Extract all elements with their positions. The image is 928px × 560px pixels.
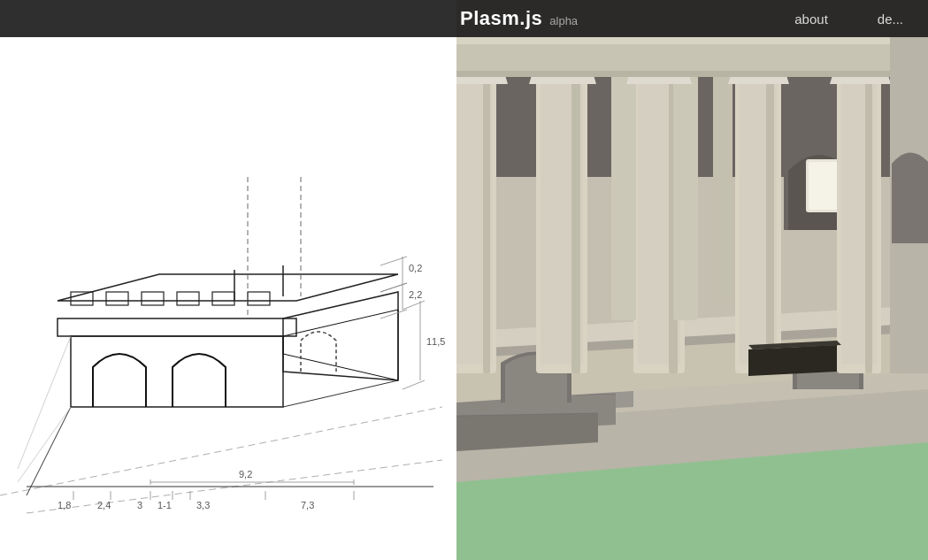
svg-text:2,2: 2,2 (409, 289, 422, 300)
header-bar: Plasm.js alpha about de... (0, 0, 928, 37)
svg-text:0,2: 0,2 (409, 263, 422, 273)
logo-area: Plasm.js alpha (0, 7, 578, 30)
3d-render (456, 0, 928, 560)
svg-rect-0 (0, 0, 456, 560)
svg-rect-67 (809, 162, 839, 210)
architectural-sketch: 0,2 2,2 11,5 9,2 1,8 2,4 3 1-1 3,3 7,3 (0, 0, 456, 560)
svg-rect-102 (456, 522, 928, 560)
svg-rect-75 (571, 37, 580, 373)
main-content: 0,2 2,2 11,5 9,2 1,8 2,4 3 1-1 3,3 7,3 (0, 0, 928, 560)
svg-text:11,5: 11,5 (426, 336, 445, 347)
svg-text:3: 3 (137, 500, 142, 510)
sketch-panel: 0,2 2,2 11,5 9,2 1,8 2,4 3 1-1 3,3 7,3 (0, 0, 456, 560)
svg-text:1,8: 1,8 (58, 500, 71, 510)
alpha-badge: alpha (549, 14, 578, 27)
svg-rect-98 (456, 71, 928, 77)
render-panel (456, 0, 928, 560)
svg-text:2,4: 2,4 (97, 500, 111, 510)
svg-text:7,3: 7,3 (301, 500, 314, 510)
svg-rect-97 (456, 37, 928, 44)
nav-about[interactable]: about (770, 0, 853, 37)
svg-marker-99 (748, 345, 837, 376)
nav-links: about de... (770, 0, 928, 37)
svg-rect-83 (766, 37, 774, 373)
svg-text:3,3: 3,3 (196, 500, 210, 510)
svg-text:9,2: 9,2 (239, 469, 252, 479)
svg-rect-87 (865, 37, 872, 373)
logo-text: Plasm.js (460, 7, 542, 30)
nav-demos[interactable]: de... (853, 0, 928, 37)
svg-rect-71 (483, 37, 490, 373)
svg-text:1-1: 1-1 (157, 500, 172, 510)
